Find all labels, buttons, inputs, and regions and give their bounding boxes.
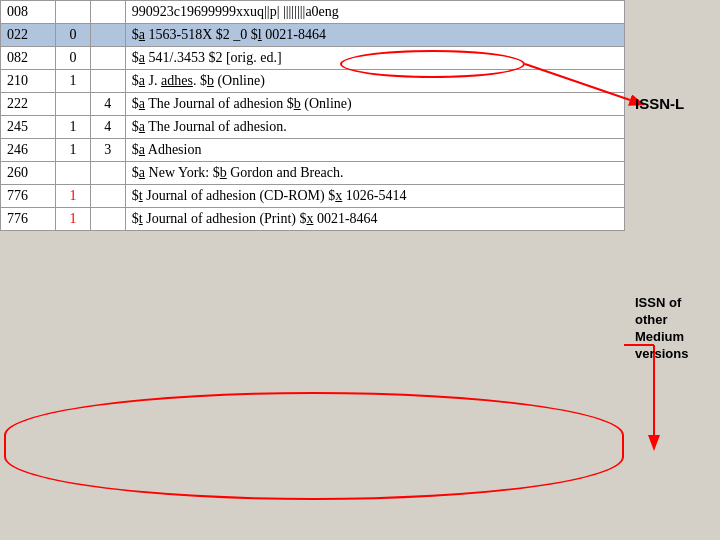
ind2-022 bbox=[90, 24, 125, 47]
field-022: 022 bbox=[1, 24, 56, 47]
issn-l-label: ISSN-L bbox=[635, 95, 684, 112]
data-245: $a The Journal of adhesion. bbox=[125, 116, 624, 139]
table-row-022: 022 0 $a 1563-518X $2 _0 $l 0021-8464 bbox=[1, 24, 625, 47]
field-082: 082 bbox=[1, 47, 56, 70]
ind2-245: 4 bbox=[90, 116, 125, 139]
ind1-776-1: 1 bbox=[55, 185, 90, 208]
data-008: 990923c19699999xxuq||p| ||||||||a0eng bbox=[125, 1, 624, 24]
marc-table: 008 990923c19699999xxuq||p| ||||||||a0en… bbox=[0, 0, 625, 231]
ind2-222: 4 bbox=[90, 93, 125, 116]
ind2-210 bbox=[90, 70, 125, 93]
ind2-246: 3 bbox=[90, 139, 125, 162]
ind1-776-2: 1 bbox=[55, 208, 90, 231]
data-260: $a New York: $b Gordon and Breach. bbox=[125, 162, 624, 185]
ind1-222 bbox=[55, 93, 90, 116]
table-row: 008 990923c19699999xxuq||p| ||||||||a0en… bbox=[1, 1, 625, 24]
issn-other-label: ISSN of other Medium versions bbox=[635, 295, 688, 363]
table-area: 008 990923c19699999xxuq||p| ||||||||a0en… bbox=[0, 0, 625, 540]
ind2-776-1 bbox=[90, 185, 125, 208]
table-row: 260 $a New York: $b Gordon and Breach. bbox=[1, 162, 625, 185]
main-container: 008 990923c19699999xxuq||p| ||||||||a0en… bbox=[0, 0, 720, 540]
data-022: $a 1563-518X $2 _0 $l 0021-8464 bbox=[125, 24, 624, 47]
data-210: $a J. adhes. $b (Online) bbox=[125, 70, 624, 93]
field-246: 246 bbox=[1, 139, 56, 162]
table-row: 082 0 $a 541/.3453 $2 [orig. ed.] bbox=[1, 47, 625, 70]
table-row: 210 1 $a J. adhes. $b (Online) bbox=[1, 70, 625, 93]
ind2-008 bbox=[90, 1, 125, 24]
ind1-082: 0 bbox=[55, 47, 90, 70]
ind2-776-2 bbox=[90, 208, 125, 231]
table-row: 246 1 3 $a Adhesion bbox=[1, 139, 625, 162]
ind1-210: 1 bbox=[55, 70, 90, 93]
table-row: 245 1 4 $a The Journal of adhesion. bbox=[1, 116, 625, 139]
field-210: 210 bbox=[1, 70, 56, 93]
table-row-776-2: 776 1 $t Journal of adhesion (Print) $x … bbox=[1, 208, 625, 231]
field-260: 260 bbox=[1, 162, 56, 185]
table-row-776-1: 776 1 $t Journal of adhesion (CD-ROM) $x… bbox=[1, 185, 625, 208]
ind2-082 bbox=[90, 47, 125, 70]
ind1-008 bbox=[55, 1, 90, 24]
data-222: $a The Journal of adhesion $b (Online) bbox=[125, 93, 624, 116]
field-776-1: 776 bbox=[1, 185, 56, 208]
data-246: $a Adhesion bbox=[125, 139, 624, 162]
ind1-260 bbox=[55, 162, 90, 185]
field-245: 245 bbox=[1, 116, 56, 139]
field-222: 222 bbox=[1, 93, 56, 116]
data-776-2: $t Journal of adhesion (Print) $x 0021-8… bbox=[125, 208, 624, 231]
field-008: 008 bbox=[1, 1, 56, 24]
ind1-245: 1 bbox=[55, 116, 90, 139]
ind2-260 bbox=[90, 162, 125, 185]
ind1-022: 0 bbox=[55, 24, 90, 47]
field-776-2: 776 bbox=[1, 208, 56, 231]
data-082: $a 541/.3453 $2 [orig. ed.] bbox=[125, 47, 624, 70]
table-row: 222 4 $a The Journal of adhesion $b (Onl… bbox=[1, 93, 625, 116]
data-776-1: $t Journal of adhesion (CD-ROM) $x 1026-… bbox=[125, 185, 624, 208]
ind1-246: 1 bbox=[55, 139, 90, 162]
